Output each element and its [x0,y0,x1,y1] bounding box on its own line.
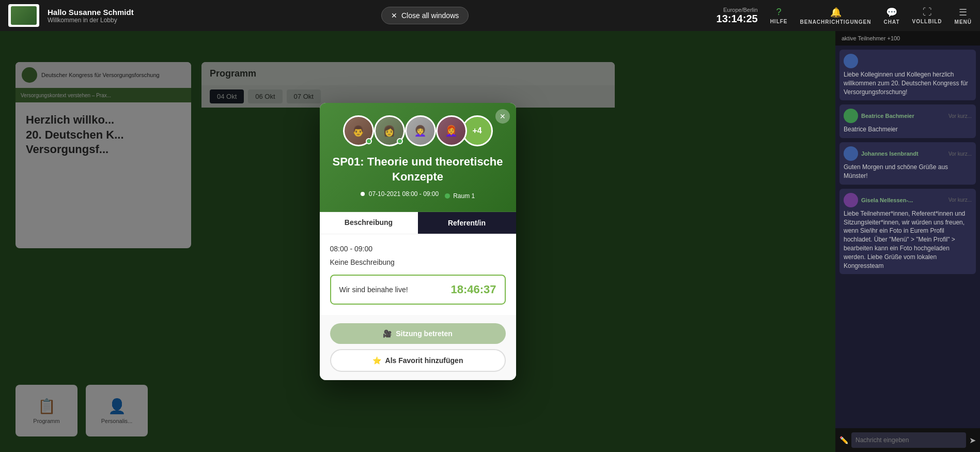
chat-msg-header-1 [844,54,972,68]
modal-content: 08:00 - 09:00 Keine Beschreibung Wir sin… [320,234,516,315]
add-favorite-button[interactable]: ⭐ Als Favorit hinzufügen [330,349,506,372]
logo-inner [11,6,37,25]
tab-referentin[interactable]: Referent/in [418,212,516,234]
chat-message-1: Liebe Kolleginnen und Kollegen herzlich … [839,50,976,100]
avatar-wrapper-2: 👩 [374,115,405,146]
modal-tabs: Beschreibung Referent/in [320,212,516,234]
content-area: Deutscher Kongress für Versorgungsforsch… [0,31,835,452]
modal-title: SP01: Theorie und theoretische Konzepte [330,155,506,184]
chat-message-2: Beatrice Bachmeier Vor kurz... Beatrice … [839,104,976,138]
modal-time: 08:00 - 09:00 [330,245,506,253]
nav-vollbild[interactable]: ⛶ VOLLBILD [912,7,942,24]
avatar-3: 👩‍🦱 [405,115,436,146]
chat-send-button[interactable]: ➤ [969,435,976,445]
chat-msg-time-3: Vor kurz... [948,151,972,157]
topbar: Hallo Susanne Schmidt Willkommen in der … [0,0,980,31]
chat-msg-text-1: Liebe Kolleginnen und Kollegen herzlich … [844,70,972,96]
avatar-wrapper-1: 👨 [343,115,374,146]
chat-panel: aktive Teilnehmer +100 Liebe Kolleginnen… [835,31,980,452]
avatar-wrapper-3: 👩‍🦱 [405,115,436,146]
nav-hilfe[interactable]: ? HILFE [770,7,788,24]
chat-msg-text-4: Liebe Teilnehmer*innen, Referent*innen u… [844,209,972,270]
logo [8,4,39,27]
bell-icon: 🔔 [830,7,842,18]
chat-msg-header-4: Gisela Nellessen-... Vor kurz... [844,193,972,207]
hilfe-icon: ? [776,7,782,18]
tab-beschreibung[interactable]: Beschreibung [320,212,418,234]
nav-chat[interactable]: 💬 CHAT [884,7,900,25]
nav-menu[interactable]: ☰ MENÜ [955,7,972,25]
session-date-row: 07-10-2021 08:00 - 09:00 [361,190,439,198]
nav-benachrichtigungen-label: BENACHRICHTIGUNGEN [800,19,872,25]
online-dot-1 [366,138,372,144]
session-room-row: Raum 1 [445,192,475,200]
user-info: Hallo Susanne Schmidt Willkommen in der … [48,8,134,24]
chat-avatar-3 [844,146,858,161]
chat-input[interactable] [851,432,966,448]
chat-avatar-4 [844,193,858,207]
countdown: 18:46:37 [450,283,496,296]
chat-msg-time-4: Vor kurz... [948,197,972,203]
clock: 13:14:25 [717,13,758,25]
close-x-icon: ✕ [391,11,397,20]
nav-benachrichtigungen[interactable]: 🔔 BENACHRICHTIGUNGEN [800,7,872,25]
main-area: Deutscher Kongress für Versorgungsforsch… [0,31,980,452]
date-dot [361,192,365,196]
chat-msg-time-2: Vor kurz... [948,113,972,119]
chat-msg-header-3: Johannes Isenbrandt Vor kurz... [844,146,972,161]
user-subtitle: Willkommen in der Lobby [48,17,134,24]
live-text: Wir sind beinahe live! [339,285,408,294]
fullscreen-icon: ⛶ [923,7,932,18]
avatar-4: 👩‍🦰 [436,115,467,146]
topbar-center: ✕ Close all windows [142,7,708,24]
close-all-button[interactable]: ✕ Close all windows [381,7,469,24]
room-dot [445,193,450,199]
live-box: Wir sind beinahe live! 18:46:37 [330,275,506,305]
join-session-button[interactable]: 🎥 Sitzung betreten [330,323,506,344]
online-dot-2 [397,138,403,144]
nav-chat-label: CHAT [884,19,900,25]
chat-header: aktive Teilnehmer +100 [835,31,980,46]
modal-avatars: 👨 👩 👩‍🦱 [343,115,493,146]
join-icon: 🎥 [383,329,392,338]
nav-hilfe-label: HILFE [770,19,788,24]
chat-avatar-1 [844,54,858,68]
chat-avatar-2 [844,109,858,123]
chat-icon: 💬 [886,7,897,18]
chat-msg-header-2: Beatrice Bachmeier Vor kurz... [844,109,972,123]
chat-message-3: Johannes Isenbrandt Vor kurz... Guten Mo… [839,142,976,185]
chat-msg-name-3: Johannes Isenbrandt [861,150,919,157]
modal-close-button[interactable]: ✕ [495,109,510,124]
chat-input-area: ✏️ ➤ [835,428,980,452]
chat-msg-name-2: Beatrice Bachmeier [861,113,914,119]
modal-header: ✕ 👨 👩 [320,103,516,212]
nav-vollbild-label: VOLLBILD [912,19,942,24]
modal-footer: 🎥 Sitzung betreten ⭐ Als Favorit hinzufü… [320,315,516,380]
chat-msg-name-4: Gisela Nellessen-... [861,197,913,203]
star-icon: ⭐ [372,356,381,365]
menu-icon: ☰ [959,7,967,18]
session-room: Raum 1 [453,192,475,200]
chat-msg-text-2: Beatrice Bachmeier [844,125,972,134]
topbar-right: Europe/Berlin 13:14:25 ? HILFE 🔔 BENACHR… [717,7,972,25]
chat-message-4: Gisela Nellessen-... Vor kurz... Liebe T… [839,189,976,275]
session-modal: ✕ 👨 👩 [320,103,516,380]
chat-input-icon: ✏️ [839,436,848,444]
chat-msg-text-3: Guten Morgen und schöne Grüße aus Münste… [844,163,972,180]
session-date: 07-10-2021 08:00 - 09:00 [369,190,439,198]
timezone: Europe/Berlin [717,7,758,13]
chat-messages: Liebe Kolleginnen und Kollegen herzlich … [835,46,980,428]
modal-description: Keine Beschreibung [330,258,506,266]
nav-menu-label: MENÜ [955,19,972,25]
time-block: Europe/Berlin 13:14:25 [717,7,758,25]
avatar-wrapper-4: 👩‍🦰 [436,115,467,146]
user-name: Hallo Susanne Schmidt [48,8,134,17]
